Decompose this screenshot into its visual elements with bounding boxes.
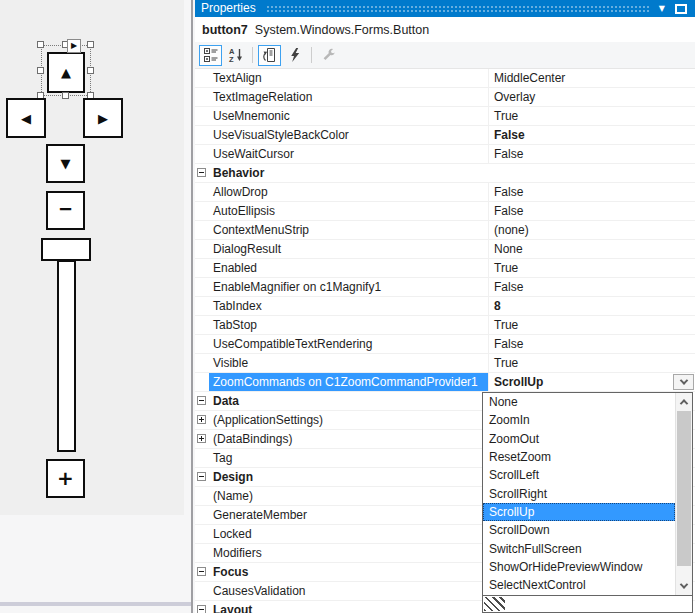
property-row[interactable]: TextImageRelationOverlay (195, 88, 695, 107)
dropdown-option[interactable]: ScrollLeft (483, 466, 675, 484)
dropdown-option[interactable]: ResetZoom (483, 448, 675, 466)
collapse-toggle-icon[interactable] (197, 168, 206, 177)
property-value[interactable]: 8 (488, 297, 695, 315)
property-row[interactable]: EnabledTrue (195, 259, 695, 278)
designer-horizontal-scrollbar[interactable] (0, 602, 191, 606)
collapse-toggle-icon[interactable] (197, 472, 206, 481)
property-row[interactable]: AutoEllipsisFalse (195, 202, 695, 221)
dropdown-option[interactable]: SelectNextControl (483, 576, 675, 594)
property-value[interactable]: Overlay (488, 88, 695, 106)
property-name[interactable]: EnableMagnifier on c1Magnify1 (209, 278, 488, 296)
dropdown-option[interactable]: ZoomIn (483, 411, 675, 429)
property-value[interactable]: False (488, 335, 695, 353)
property-name[interactable]: UseWaitCursor (209, 145, 488, 163)
property-row[interactable]: UseCompatibleTextRenderingFalse (195, 335, 695, 354)
property-row[interactable]: TabStopTrue (195, 316, 695, 335)
property-name[interactable]: DialogResult (209, 240, 488, 258)
property-value[interactable]: (none) (488, 221, 695, 239)
property-name[interactable]: Modifiers (209, 544, 488, 562)
left-arrow-button[interactable]: ◀ (6, 98, 46, 138)
property-row[interactable]: TextAlignMiddleCenter (195, 69, 695, 88)
dropdown-scrollbar[interactable] (675, 393, 692, 595)
property-value[interactable]: False (488, 126, 695, 144)
selection-handle[interactable] (87, 67, 94, 74)
property-row[interactable]: VisibleTrue (195, 354, 695, 373)
property-name[interactable]: TabStop (209, 316, 488, 334)
property-name[interactable]: Behavior (209, 164, 695, 182)
property-name[interactable]: ZoomCommands on C1ZoomCommandProvider1 (209, 373, 488, 391)
property-value[interactable]: None (488, 240, 695, 258)
property-row[interactable]: ZoomCommands on C1ZoomCommandProvider1Sc… (195, 373, 695, 392)
dropdown-option[interactable]: ZoomOut (483, 430, 675, 448)
property-value[interactable]: True (488, 316, 695, 334)
property-value[interactable]: False (488, 202, 695, 220)
down-arrow-button[interactable]: ▼ (46, 144, 85, 183)
scrollbar-up-icon[interactable] (676, 394, 692, 410)
form-canvas[interactable] (0, 0, 184, 515)
properties-view-button[interactable] (258, 45, 281, 66)
dropdown-resize-grip[interactable] (482, 596, 693, 613)
property-value[interactable]: MiddleCenter (488, 69, 695, 87)
property-value[interactable]: False (488, 278, 695, 296)
pane-splitter[interactable] (191, 0, 193, 613)
property-row[interactable]: UseWaitCursorFalse (195, 145, 695, 164)
right-arrow-button[interactable]: ▶ (83, 98, 123, 138)
sort-alphabetical-button[interactable]: A Z (224, 45, 247, 66)
slider-track[interactable] (57, 260, 76, 452)
dropdown-option[interactable]: ScrollRight (483, 485, 675, 503)
property-name[interactable]: (ApplicationSettings) (209, 411, 488, 429)
property-name[interactable]: UseMnemonic (209, 107, 488, 125)
property-value[interactable]: ScrollUp (488, 373, 695, 391)
property-value[interactable]: False (488, 183, 695, 201)
selection-handle[interactable] (87, 41, 94, 48)
categorized-button[interactable] (199, 45, 222, 66)
property-name[interactable]: TextImageRelation (209, 88, 488, 106)
dropdown-option[interactable]: None (483, 393, 675, 411)
dropdown-option[interactable]: SwitchFullScreen (483, 540, 675, 558)
object-selector[interactable]: button7 System.Windows.Forms.Button (195, 17, 695, 42)
scrollbar-thumb[interactable] (677, 411, 691, 566)
panel-title-bar[interactable]: Properties ▼ (195, 0, 695, 17)
property-pages-button[interactable] (317, 45, 340, 66)
property-value[interactable]: True (488, 259, 695, 277)
selection-handle[interactable] (62, 92, 69, 99)
property-name[interactable]: Tag (209, 449, 488, 467)
dropdown-option[interactable]: ShowOrHidePreviewWindow (483, 558, 675, 576)
dropdown-option[interactable]: ScrollUp (483, 503, 675, 521)
property-value[interactable]: True (488, 354, 695, 372)
collapse-toggle-icon[interactable] (197, 396, 206, 405)
property-row[interactable]: DialogResultNone (195, 240, 695, 259)
property-name[interactable]: Visible (209, 354, 488, 372)
property-row[interactable]: AllowDropFalse (195, 183, 695, 202)
property-value[interactable]: True (488, 107, 695, 125)
property-row[interactable]: UseVisualStyleBackColorFalse (195, 126, 695, 145)
minus-button[interactable]: − (46, 191, 85, 230)
collapse-toggle-icon[interactable] (197, 605, 206, 613)
window-position-caret-icon[interactable]: ▼ (659, 0, 665, 17)
property-name[interactable]: Locked (209, 525, 488, 543)
property-name[interactable]: Enabled (209, 259, 488, 277)
property-name[interactable]: CausesValidation (209, 582, 488, 600)
dropdown-option[interactable]: ScrollDown (483, 521, 675, 539)
scrollbar-down-icon[interactable] (676, 578, 692, 594)
property-name[interactable]: ContextMenuStrip (209, 221, 488, 239)
expand-toggle-icon[interactable] (197, 415, 206, 424)
dropdown-toggle-button[interactable] (673, 374, 694, 390)
selection-handle[interactable] (37, 67, 44, 74)
selection-handle[interactable] (37, 41, 44, 48)
category-row[interactable]: Behavior (195, 164, 695, 183)
property-name[interactable]: GenerateMember (209, 506, 488, 524)
slider-thumb[interactable] (41, 238, 91, 261)
property-name[interactable]: (DataBindings) (209, 430, 488, 448)
property-row[interactable]: UseMnemonicTrue (195, 107, 695, 126)
property-name[interactable]: UseVisualStyleBackColor (209, 126, 488, 144)
property-row[interactable]: EnableMagnifier on c1Magnify1False (195, 278, 695, 297)
property-name[interactable]: TabIndex (209, 297, 488, 315)
collapse-toggle-icon[interactable] (197, 567, 206, 576)
property-name[interactable]: AutoEllipsis (209, 202, 488, 220)
property-name[interactable]: TextAlign (209, 69, 488, 87)
property-name[interactable]: UseCompatibleTextRendering (209, 335, 488, 353)
property-name[interactable]: AllowDrop (209, 183, 488, 201)
float-window-icon[interactable] (675, 4, 687, 14)
property-row[interactable]: TabIndex8 (195, 297, 695, 316)
